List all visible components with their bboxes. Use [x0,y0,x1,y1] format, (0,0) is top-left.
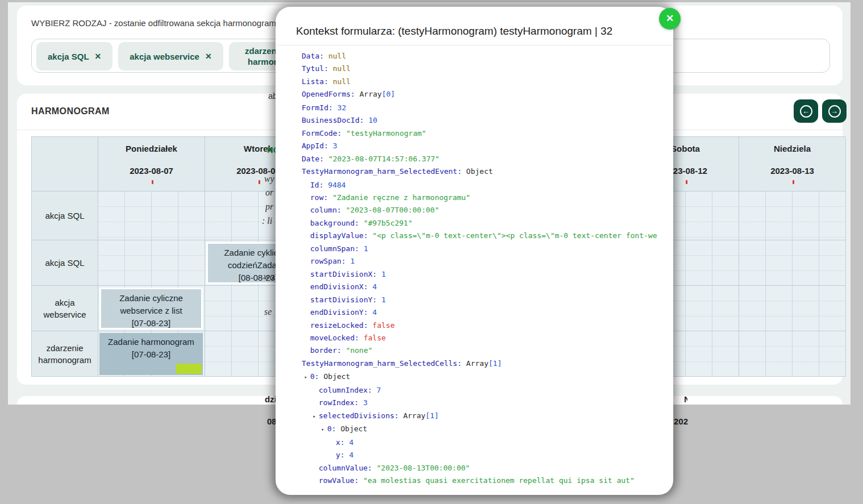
modal-title-divider [276,45,673,45]
day-name: Poniedziałek [98,144,205,153]
schedule-prev-week-button[interactable]: ← [794,99,818,123]
tree-key: TestyHarmonogram_harm_SelectedEvent: [302,167,466,176]
tree-line-columnIndex: columnIndex: 7 [302,384,673,397]
tree-key: BusinessDocId: [302,116,368,124]
tree-key: AppId: [302,141,333,150]
day-tick-mark [793,180,794,184]
tree-line-background: background: "#97b5c291" [302,217,673,230]
row-label-0: akcja SQL [32,191,98,240]
filter-chip-0[interactable]: akcja SQL✕ [36,42,112,70]
tree-line-FormId: FormId: 32 [302,102,673,114]
tree-line-y: y: 4 [302,449,673,461]
tree-array-length: [1] [489,359,502,368]
tree-value: 4 [349,451,353,459]
tree-key: rowSpan: [310,257,350,265]
schedule-event-1[interactable]: Zadanie cylicznewebservice z list[07-08-… [99,288,203,330]
chip-close-icon[interactable]: ✕ [95,52,102,61]
tree-value: 9484 [328,181,345,189]
event-text-line: Zadanie harmonogram [99,336,203,348]
tree-key: resizeLocked: [310,321,373,330]
tree-key: y: [336,451,349,459]
tree-line-Lista: Lista: null [302,76,673,88]
tree-value: "#97b5c291" [364,219,412,227]
day-date: 2023-08-13 [739,166,845,176]
tree-line-Tytul: Tytul: null [302,63,673,75]
tree-line-border: border: "none" [302,344,673,357]
row-label-1: akcja SQL [32,240,98,286]
tree-value: Object [466,167,493,176]
chip-label: akcja webservice [130,52,199,61]
tree-line-selectedDivisions: ▾selectedDivisions: Array[1] [302,410,673,423]
tree-value: 3 [333,141,337,150]
schedule-cell-r0-c6[interactable] [739,191,846,240]
tree-line-rowIndex: rowIndex: 3 [302,397,673,409]
event-text-line: webservice z list [101,305,201,317]
tree-key: startDivisionX: [310,270,381,278]
tree-value: 32 [337,103,347,112]
event-color-marker [176,364,202,374]
event-text-line: Zadanie cyliczne [101,292,201,305]
tree-key: background: [310,219,364,227]
tree-value: Object [340,424,367,433]
tree-line-row: row: "Zadanie ręczne z harmonogramu" [302,191,673,204]
tree-value: Array [360,90,382,98]
schedule-cell-r1-c0[interactable] [98,240,205,286]
tree-line-columnValue: columnValue: "2023-08-13T00:00:00" [302,462,673,474]
tree-key: columnValue: [319,464,377,472]
schedule-event-2[interactable]: Zadanie harmonogram[07-08-23] [99,333,203,375]
day-header-6: Niedziela2023-08-13 [739,137,846,191]
collapse-arrow-icon[interactable]: ▾ [304,371,310,384]
chip-close-icon[interactable]: ✕ [205,52,212,61]
schedule-cell-r1-c6[interactable] [739,240,846,286]
filter-chip-1[interactable]: akcja webservice✕ [118,42,223,70]
day-date: 2023-08-07 [98,166,205,176]
tree-value: 4 [349,438,353,447]
tree-line-Id: Id: 9484 [302,179,673,191]
tree-key: Date: [302,155,328,163]
tree-key: Data: [302,52,328,60]
day-tick-mark [259,180,260,184]
tree-line-column: column: "2023-08-07T00:00:00" [302,204,673,216]
tree-value: 1 [364,244,368,253]
tree-line-resizeLocked: resizeLocked: false [302,319,673,332]
close-icon[interactable]: ✕ [659,8,681,30]
event-text-line: [07-08-23] [101,317,201,330]
tree-key: Id: [310,181,328,189]
tree-line-0: ▾0: Object [302,370,673,384]
tree-key: startDivisionY: [310,295,381,304]
day-tick-mark [152,180,153,184]
collapse-arrow-icon[interactable]: ▾ [312,410,319,423]
tree-key: Lista: [302,77,333,86]
tree-line-BusinessDocId: BusinessDocId: 10 [302,114,673,127]
tree-value: "testyHarmonogram" [346,129,426,138]
tree-value: false [364,334,386,342]
chips-row: akcja SQL✕akcja webservice✕zdarzenie kah… [36,42,312,70]
tree-value: null [333,77,351,86]
filter-section-label: WYBIERZ RODZAJ - zostanie odfiltrowana s… [31,18,294,31]
row-label-3: zdarzenie harmonogram [32,331,98,377]
tree-value: null [333,64,351,73]
tree-line-0: ▾0: Object [302,423,673,436]
tree-line-rowSpan: rowSpan: 1 [302,255,673,268]
modal-inner: Kontekst formularza: (testyHarmonogram) … [276,7,673,495]
tree-key: displayValue: [310,231,373,240]
tree-key: border: [310,346,346,355]
tree-value: Array [466,359,489,368]
tree-value: 4 [373,282,377,291]
tree-key: selectedDivisions: [319,411,403,420]
tree-line-columnSpan: columnSpan: 1 [302,243,673,255]
corner-header-cell [32,137,98,191]
schedule-next-week-button[interactable]: → [822,99,847,123]
tree-value: 7 [377,386,381,394]
tree-line-TestyHarmonogram_harm_SelectedEvent: ▾TestyHarmonogram_harm_SelectedEvent: Ob… [302,165,673,178]
occluded-fragment-11: 202 [674,416,688,426]
tree-line-TestyHarmonogram_harm_SelectedCells: ▾TestyHarmonogram_harm_SelectedCells: Ar… [302,357,673,370]
schedule-cell-r2-c6[interactable] [739,286,846,331]
schedule-cell-r3-c6[interactable] [739,331,846,377]
collapse-arrow-icon[interactable]: ▾ [321,423,327,436]
arrow-left-icon: ← [800,105,812,118]
tree-value: 3 [363,398,368,407]
schedule-cell-r0-c0[interactable] [98,191,205,240]
tree-value: 1 [350,257,355,265]
tree-line-OpenedForms: ▸OpenedForms: Array[0] [302,88,673,101]
